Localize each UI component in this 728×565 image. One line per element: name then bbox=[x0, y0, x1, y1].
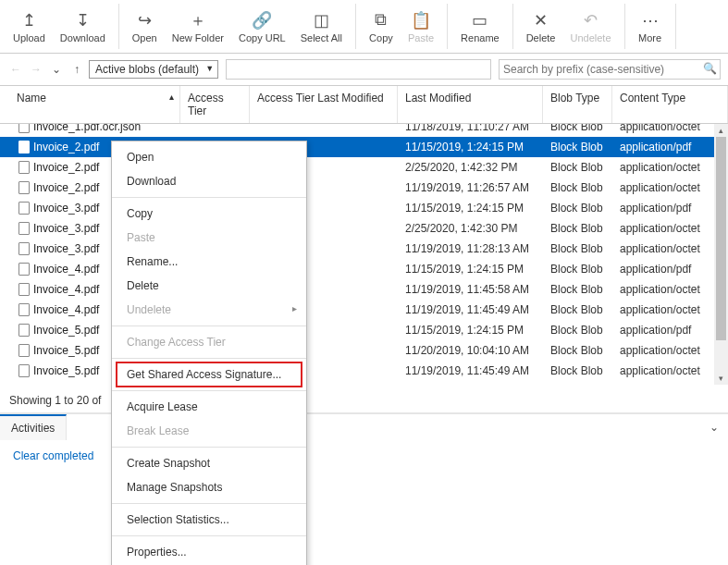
file-name: Invoice_5.pdf bbox=[33, 324, 99, 337]
col-blob-type[interactable]: Blob Type bbox=[543, 86, 612, 123]
table-row[interactable]: Invoice_4.pdf11/19/2019, 11:45:58 AMBloc… bbox=[0, 279, 728, 300]
table-row[interactable]: Invoice_5.pdf11/15/2019, 1:24:15 PMBlock… bbox=[0, 320, 728, 340]
cell-ctype: application/octet bbox=[612, 364, 728, 377]
cm-change-tier: Change Access Tier bbox=[112, 330, 306, 354]
cell-modified: 11/18/2019, 11:10:27 AM bbox=[398, 124, 543, 133]
paste-icon: 📋 bbox=[411, 10, 431, 31]
cell-ctype: application/octet bbox=[612, 283, 728, 296]
activities-bar: Activities ⌄ bbox=[0, 413, 728, 440]
table-row[interactable]: Invoice_2.pdf11/19/2019, 11:26:57 AMBloc… bbox=[0, 178, 728, 198]
cell-ctype: application/octet bbox=[612, 124, 728, 133]
table-row[interactable]: Invoice_2.pdf11/15/2019, 1:24:15 PMBlock… bbox=[0, 137, 728, 157]
cell-ctype: application/octet bbox=[612, 181, 728, 194]
more-button[interactable]: ⋯More bbox=[631, 4, 670, 49]
file-icon bbox=[19, 141, 30, 154]
scroll-up-icon[interactable]: ▴ bbox=[714, 124, 728, 137]
col-access-tier[interactable]: Access Tier bbox=[180, 86, 250, 123]
table-row[interactable]: Invoice_4.pdf11/19/2019, 11:45:49 AMBloc… bbox=[0, 300, 728, 320]
cell-ctype: application/octet bbox=[612, 161, 728, 174]
file-icon bbox=[19, 283, 30, 296]
scroll-down-icon[interactable]: ▾ bbox=[714, 372, 728, 385]
cell-modified: 11/15/2019, 1:24:15 PM bbox=[398, 202, 543, 215]
cm-rename[interactable]: Rename... bbox=[112, 250, 306, 274]
table-row[interactable]: Invoice_4.pdf11/15/2019, 1:24:15 PMBlock… bbox=[0, 259, 728, 279]
undelete-button: ↶Undelete bbox=[562, 4, 618, 49]
open-icon: ↪ bbox=[138, 10, 152, 31]
table-row[interactable]: Invoice_2.pdf2/25/2020, 1:42:32 PMBlock … bbox=[0, 157, 728, 178]
file-name: Invoice_4.pdf bbox=[33, 283, 99, 296]
table-row[interactable]: Invoice_1.pdf.ocr.json11/18/2019, 11:10:… bbox=[0, 124, 728, 137]
cm-properties[interactable]: Properties... bbox=[112, 540, 306, 564]
file-name: Invoice_3.pdf bbox=[33, 222, 99, 235]
cell-modified: 11/19/2019, 11:26:57 AM bbox=[398, 181, 543, 194]
cell-ctype: application/octet bbox=[612, 344, 728, 357]
cm-create-snapshot[interactable]: Create Snapshot bbox=[112, 451, 306, 475]
cm-selection-stats[interactable]: Selection Statistics... bbox=[112, 508, 306, 532]
cm-get-sas[interactable]: Get Shared Access Signature... bbox=[116, 362, 302, 387]
cell-modified: 11/19/2019, 11:45:49 AM bbox=[398, 303, 543, 316]
cell-ctype: application/octet bbox=[612, 303, 728, 316]
cell-type: Block Blob bbox=[543, 303, 612, 316]
cell-type: Block Blob bbox=[543, 263, 612, 276]
table-row[interactable]: Invoice_3.pdf2/25/2020, 1:42:30 PMBlock … bbox=[0, 218, 728, 239]
cell-type: Block Blob bbox=[543, 161, 612, 174]
file-icon bbox=[19, 181, 30, 194]
file-name: Invoice_4.pdf bbox=[33, 263, 99, 276]
back-icon: ← bbox=[7, 61, 24, 78]
file-name: Invoice_2.pdf bbox=[33, 141, 99, 154]
col-name[interactable]: Name bbox=[0, 86, 180, 123]
rename-button[interactable]: ▭Rename bbox=[453, 4, 507, 49]
file-icon bbox=[19, 202, 30, 215]
table-row[interactable]: Invoice_5.pdf11/20/2019, 10:04:10 AMBloc… bbox=[0, 340, 728, 361]
cm-copy[interactable]: Copy bbox=[112, 202, 306, 226]
cm-manage-snapshots[interactable]: Manage Snapshots bbox=[112, 475, 306, 499]
new-folder-button[interactable]: ＋New Folder bbox=[165, 4, 231, 49]
cell-type: Block Blob bbox=[543, 344, 612, 357]
activities-collapse-icon[interactable]: ⌄ bbox=[700, 415, 728, 439]
search-icon[interactable]: 🔍 bbox=[703, 62, 717, 75]
col-tier-modified[interactable]: Access Tier Last Modified bbox=[250, 86, 398, 123]
file-icon bbox=[19, 364, 30, 377]
download-button[interactable]: ↧Download bbox=[53, 4, 113, 49]
file-icon bbox=[19, 344, 30, 357]
clear-completed-link[interactable]: Clear completed bbox=[0, 440, 728, 472]
table-row[interactable]: Invoice_3.pdf11/15/2019, 1:24:15 PMBlock… bbox=[0, 198, 728, 218]
delete-button[interactable]: ✕Delete bbox=[519, 4, 563, 49]
file-name: Invoice_2.pdf bbox=[33, 161, 99, 174]
select-all-button[interactable]: ◫Select All bbox=[293, 4, 350, 49]
cm-delete[interactable]: Delete bbox=[112, 274, 306, 298]
col-last-modified[interactable]: Last Modified bbox=[398, 86, 543, 123]
activities-tab[interactable]: Activities bbox=[0, 414, 67, 440]
cell-ctype: application/pdf bbox=[612, 324, 728, 337]
file-icon bbox=[19, 161, 30, 174]
cell-modified: 11/15/2019, 1:24:15 PM bbox=[398, 141, 543, 154]
vertical-scrollbar[interactable]: ▴ ▾ bbox=[714, 124, 728, 385]
file-icon bbox=[19, 324, 30, 337]
delete-icon: ✕ bbox=[534, 10, 548, 31]
file-name: Invoice_5.pdf bbox=[33, 364, 99, 377]
cm-open[interactable]: Open bbox=[112, 145, 306, 169]
cell-type: Block Blob bbox=[543, 283, 612, 296]
col-content-type[interactable]: Content Type bbox=[612, 86, 728, 123]
file-name: Invoice_3.pdf bbox=[33, 242, 99, 255]
upload-button[interactable]: ↥Upload bbox=[6, 4, 53, 49]
cm-acquire-lease[interactable]: Acquire Lease bbox=[112, 395, 306, 419]
filter-dropdown[interactable]: Active blobs (default) bbox=[89, 60, 218, 79]
scroll-thumb[interactable] bbox=[716, 137, 726, 340]
copy-url-button[interactable]: 🔗Copy URL bbox=[231, 4, 293, 49]
table-row[interactable]: Invoice_5.pdf11/19/2019, 11:45:49 AMBloc… bbox=[0, 361, 728, 381]
history-dropdown-icon[interactable]: ⌄ bbox=[48, 61, 65, 78]
copy-icon: ⧉ bbox=[375, 10, 387, 31]
open-button[interactable]: ↪Open bbox=[125, 4, 165, 49]
cell-modified: 11/19/2019, 11:45:58 AM bbox=[398, 283, 543, 296]
copy-button[interactable]: ⧉Copy bbox=[362, 4, 401, 49]
cm-undelete: Undelete bbox=[112, 298, 306, 322]
select-all-icon: ◫ bbox=[314, 10, 329, 31]
rename-icon: ▭ bbox=[472, 10, 487, 31]
cell-modified: 2/25/2020, 1:42:30 PM bbox=[398, 222, 543, 235]
path-input[interactable] bbox=[226, 59, 491, 80]
table-row[interactable]: Invoice_3.pdf11/19/2019, 11:28:13 AMBloc… bbox=[0, 239, 728, 259]
cm-download[interactable]: Download bbox=[112, 169, 306, 193]
up-icon[interactable]: ↑ bbox=[68, 61, 85, 78]
search-input[interactable] bbox=[499, 59, 721, 80]
